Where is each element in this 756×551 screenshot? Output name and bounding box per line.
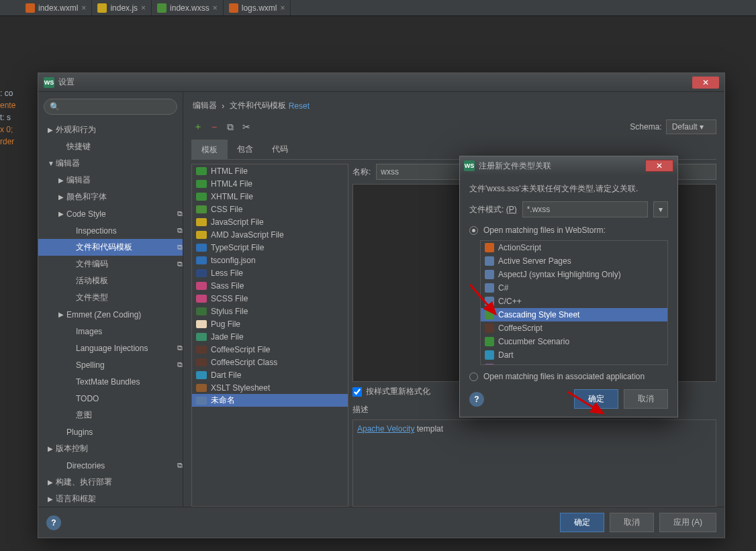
filetype-list[interactable]: ActionScriptActive Server PagesAspectJ (… xyxy=(480,240,668,365)
sidebar-item[interactable]: 文件编码⧉ xyxy=(38,256,183,272)
file-list-item[interactable]: Stylus File xyxy=(192,305,348,317)
close-icon[interactable]: × xyxy=(213,3,218,13)
filetype-item[interactable]: C# xyxy=(481,281,667,295)
sidebar-item[interactable]: ▶版本控制 xyxy=(38,440,183,457)
close-icon[interactable]: × xyxy=(141,3,146,13)
file-list-item[interactable]: Jade File xyxy=(192,330,348,343)
settings-search[interactable]: 🔍 xyxy=(44,99,177,115)
code-fragment: : co ente t: s x 0; rder xyxy=(0,87,15,148)
cancel-button[interactable]: 取消 xyxy=(610,513,654,532)
window-close-button[interactable]: ✕ xyxy=(692,77,719,89)
sidebar-item[interactable]: ▶构建、执行部署 xyxy=(38,474,183,491)
file-list-item[interactable]: SCSS File xyxy=(192,292,348,305)
file-list-item[interactable]: CoffeeScript File xyxy=(192,343,348,356)
tab-code[interactable]: 代码 xyxy=(263,140,297,159)
revert-button[interactable]: ✂ xyxy=(240,120,253,134)
sidebar-item[interactable]: ▶语言和框架 xyxy=(38,491,183,507)
sidebar-item[interactable]: ▶Code Style⧉ xyxy=(38,205,183,222)
modal-cancel-button[interactable]: 取消 xyxy=(624,389,668,409)
file-list-label: AMD JavaScript File xyxy=(211,230,284,240)
sidebar-item[interactable]: ▼编辑器 xyxy=(38,155,183,172)
file-list-item[interactable]: HTML File xyxy=(192,164,348,177)
reset-link[interactable]: Reset xyxy=(289,101,310,111)
sidebar-item[interactable]: 快捷键 xyxy=(38,138,183,155)
sidebar-item[interactable]: Language Injections⧉ xyxy=(38,340,183,356)
sidebar-item[interactable]: TextMate Bundles xyxy=(38,373,183,390)
close-icon[interactable]: × xyxy=(280,3,285,13)
velocity-link[interactable]: Apache Velocity xyxy=(357,424,414,434)
scope-icon: ⧉ xyxy=(177,360,183,369)
file-list-item[interactable]: HTML4 File xyxy=(192,177,348,190)
file-list-item[interactable]: tsconfig.json xyxy=(192,254,348,266)
sidebar-item-label: 快捷键 xyxy=(66,141,183,152)
tab-includes[interactable]: 包含 xyxy=(228,140,263,159)
filetype-item[interactable]: ActionScript xyxy=(481,241,667,254)
pattern-dropdown[interactable]: ▾ xyxy=(653,201,668,217)
filetype-item[interactable]: Cucumber Scenario xyxy=(481,335,667,348)
sidebar-item[interactable]: Images xyxy=(38,323,183,340)
filetype-item[interactable]: CoffeeScript xyxy=(481,321,667,335)
file-list-item[interactable]: TypeScript File xyxy=(192,241,348,254)
filetype-item[interactable]: C/C++ xyxy=(481,295,667,308)
tab-label: index.js xyxy=(110,3,138,13)
remove-button[interactable]: − xyxy=(207,120,221,134)
filetype-item[interactable]: Diagram xyxy=(481,362,667,365)
filetype-item[interactable]: Active Server Pages xyxy=(481,254,667,268)
sidebar-item[interactable]: ▶Emmet (Zen Coding) xyxy=(38,306,183,323)
file-list-item[interactable]: CSS File xyxy=(192,203,348,215)
wxml-file-icon xyxy=(229,3,238,13)
help-icon[interactable]: ? xyxy=(46,515,61,530)
sidebar-item[interactable]: 文件和代码模板⧉ xyxy=(38,239,183,256)
apply-button[interactable]: 应用 (A) xyxy=(659,513,716,532)
file-list-label: XHTML File xyxy=(211,192,253,201)
file-list-item[interactable]: 未命名 xyxy=(192,394,348,407)
file-list-item[interactable]: XSLT Stylesheet xyxy=(192,381,348,394)
file-list-label: tsconfig.json xyxy=(211,256,256,265)
file-list-item[interactable]: Pug File xyxy=(192,317,348,330)
settings-tree[interactable]: ▶外观和行为快捷键▼编辑器▶编辑器▶颜色和字体▶Code Style⧉Inspe… xyxy=(38,121,183,507)
sidebar-item[interactable]: 活动模板 xyxy=(38,272,183,289)
sidebar-item[interactable]: Plugins xyxy=(38,423,183,440)
file-list-item[interactable]: Less File xyxy=(192,266,348,279)
name-label: 名称: xyxy=(352,166,371,178)
modal-ok-button[interactable]: 确定 xyxy=(574,389,618,409)
file-list-item[interactable]: Sass File xyxy=(192,279,348,292)
pattern-input[interactable] xyxy=(522,201,648,217)
file-list-item[interactable]: CoffeeScript Class xyxy=(192,356,348,368)
close-icon[interactable]: × xyxy=(81,3,86,13)
modal-titlebar[interactable]: WS 注册新文件类型关联 ✕ xyxy=(460,156,677,175)
editor-tab[interactable]: logs.wxml× xyxy=(224,0,291,15)
editor-tab[interactable]: index.wxss× xyxy=(152,0,224,15)
sidebar-item[interactable]: 文件类型 xyxy=(38,289,183,306)
tab-templates[interactable]: 模板 xyxy=(191,140,228,160)
sidebar-item[interactable]: Spelling⧉ xyxy=(38,356,183,373)
file-list-item[interactable]: AMD JavaScript File xyxy=(192,228,348,241)
editor-tab[interactable]: index.js× xyxy=(92,0,152,15)
template-file-list[interactable]: HTML FileHTML4 FileXHTML FileCSS FileJav… xyxy=(191,164,348,507)
sidebar-item[interactable]: Directories⧉ xyxy=(38,457,183,474)
add-button[interactable]: ＋ xyxy=(191,120,205,134)
sidebar-item[interactable]: TODO xyxy=(38,390,183,407)
sidebar-item[interactable]: 意图 xyxy=(38,407,183,423)
sidebar-item[interactable]: ▶外观和行为 xyxy=(38,121,183,138)
reformat-check-input[interactable] xyxy=(352,387,362,397)
filetype-item[interactable]: Cascading Style Sheet xyxy=(481,308,667,321)
file-list-item[interactable]: Dart File xyxy=(192,368,348,381)
sidebar-item[interactable]: Inspections⧉ xyxy=(38,222,183,239)
editor-tab[interactable]: index.wxml× xyxy=(20,0,92,15)
search-input[interactable] xyxy=(62,102,171,111)
file-list-item[interactable]: XHTML File xyxy=(192,190,348,203)
radio-open-in-webstorm[interactable]: Open matching files in WebStorm: xyxy=(469,226,668,235)
help-icon[interactable]: ? xyxy=(469,392,484,407)
radio-open-associated[interactable]: Open matching files in associated applic… xyxy=(469,372,668,381)
modal-close-button[interactable]: ✕ xyxy=(645,160,673,172)
sidebar-item[interactable]: ▶颜色和字体 xyxy=(38,189,183,205)
filetype-item[interactable]: Dart xyxy=(481,348,667,362)
copy-button[interactable]: ⧉ xyxy=(224,120,237,134)
file-list-item[interactable]: JavaScript File xyxy=(192,215,348,228)
filetype-item[interactable]: AspectJ (syntax Highlighting Only) xyxy=(481,268,667,281)
ok-button[interactable]: 确定 xyxy=(560,513,604,532)
schema-select[interactable]: Default ▾ xyxy=(666,119,716,134)
sidebar-item[interactable]: ▶编辑器 xyxy=(38,172,183,189)
dialog-titlebar[interactable]: WS 设置 ✕ xyxy=(38,73,724,92)
